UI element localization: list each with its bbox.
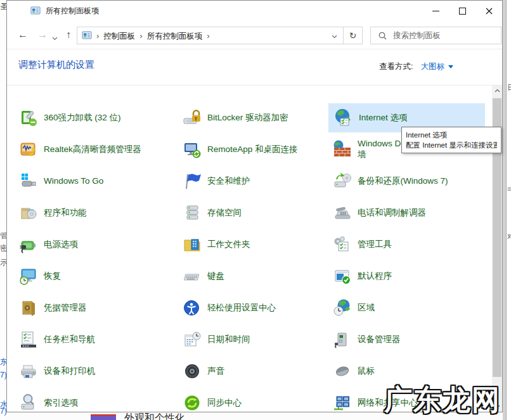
control-panel-item-uninstall-360[interactable]: 360强力卸载 (32 位) [18,102,182,134]
credential-manager-icon [18,298,39,318]
forward-button[interactable]: → [37,29,48,41]
date-time-icon [182,329,202,350]
background-window-edge [503,0,507,420]
view-by-value[interactable]: 大图标 [420,61,444,72]
ease-of-access-icon [182,298,202,318]
item-label: 安全和维护 [207,176,250,187]
windows-to-go-icon [18,171,39,191]
taskbar-nav-icon [18,329,39,350]
control-panel-item-device-manager[interactable]: 设备管理器 [332,324,493,355]
search-input[interactable] [392,30,501,41]
item-label: 360强力卸载 (32 位) [44,113,121,124]
control-panel-item-ease-of-access[interactable]: 轻松使用设置中心 [182,292,332,324]
sound-icon [182,361,202,381]
item-label: 电话和调制解调器 [358,208,426,219]
control-panel-item-power-options[interactable]: 电源选项 [18,229,182,260]
minimize-button[interactable] [422,1,449,22]
back-button[interactable]: ← [18,29,28,41]
control-panel-item-sound[interactable]: 声音 [182,355,332,387]
device-manager-icon [332,329,353,350]
address-dropdown[interactable] [326,30,343,41]
chevron-down-icon [52,37,58,41]
breadcrumb: ›控制面板›所有控制面板项› [92,30,214,42]
recovery-icon [18,266,39,286]
control-panel-window: 所有控制面板项 ← → ↑ ›控制面板›所有控制面板项› [6,0,503,412]
item-label: Internet 选项 [359,113,408,124]
view-by-control: 查看方式: 大图标 [379,61,453,72]
view-by-label: 查看方式: [379,61,413,72]
breadcrumb-separator[interactable]: › [139,31,142,41]
item-label: 区域 [358,303,375,314]
item-label: 程序和功能 [44,208,87,219]
maximize-button[interactable] [449,1,475,22]
firewall-icon [332,139,353,160]
screen: 圣管密示东7)水7) 日≡对 外观和个性化 所有控制面板项 ← → [0,0,511,420]
close-icon [486,8,493,15]
item-label: RemoteApp 和桌面连接 [207,144,298,155]
breadcrumb-separator[interactable]: › [96,31,99,41]
background-text-fragment: 东 [0,357,6,367]
title-bar[interactable]: 所有控制面板项 [7,1,502,22]
dropdown-arrow-icon[interactable] [448,65,453,68]
control-panel-item-default-programs[interactable]: 默认程序 [332,260,493,292]
breadcrumb-item[interactable]: 所有控制面板项 [147,32,203,41]
programs-features-icon [18,203,39,223]
control-panel-item-work-folders[interactable]: 工作文件夹 [182,229,332,260]
item-label: 设备管理器 [358,334,401,345]
item-label: 声音 [207,366,224,377]
control-panel-item-programs-features[interactable]: 程序和功能 [18,197,182,229]
control-panel-item-admin-tools[interactable]: 管理工具 [332,229,493,260]
navigation-bar: ← → ↑ ›控制面板›所有控制面板项› ↻ [7,22,502,49]
control-panel-item-bitlocker[interactable]: BitLocker 驱动器加密 [182,102,332,134]
control-panel-item-region[interactable]: 区域 [332,292,493,324]
close-button[interactable] [475,1,502,22]
control-panel-item-backup-restore[interactable]: 备份和还原(Windows 7) [332,165,493,197]
breadcrumb-separator[interactable]: › [207,31,209,41]
tooltip: Internet 选项 配置 Internet 显示和连接设置。 [401,127,501,153]
maximize-icon [459,8,466,15]
recent-pages-dropdown[interactable] [52,31,58,44]
item-label: Windows To Go [44,176,103,187]
item-label: 索引选项 [44,398,78,409]
control-panel-item-windows-to-go[interactable]: Windows To Go [18,165,182,197]
internet-options-icon [333,108,354,128]
item-label: 任务栏和导航 [44,334,95,345]
breadcrumb-item[interactable]: 控制面板 [103,32,135,41]
control-panel-icon [82,30,92,41]
control-panel-item-recovery[interactable]: 恢复 [18,260,182,292]
control-panel-item-phone-modem[interactable]: 电话和调制解调器 [332,197,493,229]
control-panel-item-remoteapp[interactable]: RemoteApp 和桌面连接 [182,134,332,165]
remoteapp-icon [182,139,202,160]
control-panel-item-credential-manager[interactable]: 凭据管理器 [18,292,182,324]
control-panel-item-keyboard[interactable]: 键盘 [182,260,332,292]
item-label: 备份和还原(Windows 7) [358,176,448,187]
control-panel-item-sync-center[interactable]: 同步中心 [182,387,332,412]
tooltip-title: Internet 选项 [406,130,497,140]
control-panel-item-taskbar-nav[interactable]: 任务栏和导航 [18,324,182,355]
chevron-up-icon [495,89,500,92]
address-bar[interactable]: ›控制面板›所有控制面板项› ↻ [77,27,363,44]
background-text-fragment: 对 [507,232,511,241]
background-text-fragment: 密 [0,243,6,254]
region-icon [332,298,353,318]
scroll-up-button[interactable] [492,86,502,96]
control-panel-item-realtek-audio[interactable]: Realtek高清晰音频管理器 [18,134,182,165]
refresh-button[interactable]: ↻ [343,27,362,44]
admin-tools-icon [332,234,353,255]
item-label: 工作文件夹 [207,239,250,250]
backup-restore-icon [332,171,353,191]
storage-spaces-icon [182,203,202,223]
header-separator [7,85,502,86]
security-maintenance-icon [182,171,202,191]
up-button[interactable]: ↑ [66,29,71,41]
control-panel-item-devices-printers[interactable]: 设备和打印机 [18,355,182,387]
control-panel-item-security-maintenance[interactable]: 安全和维护 [182,165,332,197]
item-label: 存储空间 [207,208,242,219]
item-label: 默认程序 [358,271,392,282]
control-panel-item-storage-spaces[interactable]: 存储空间 [182,197,332,229]
mouse-icon [332,361,353,381]
control-panel-item-date-time[interactable]: 日期和时间 [182,324,332,355]
search-box[interactable] [370,27,501,44]
control-panel-item-indexing-options[interactable]: 索引选项 [18,387,182,412]
window-title: 所有控制面板项 [46,6,99,16]
